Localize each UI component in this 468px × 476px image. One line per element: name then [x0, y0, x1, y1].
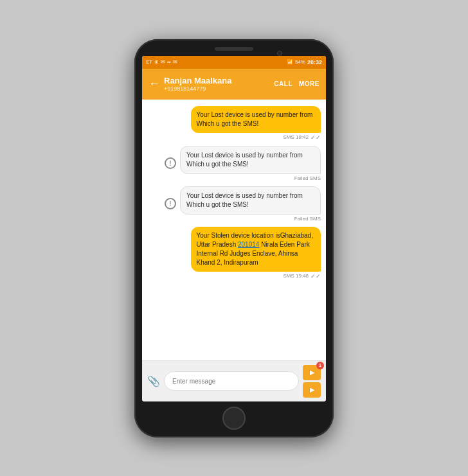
attach-icon[interactable]: 📎	[147, 375, 160, 387]
send-buttons: ▶ 1 ▶	[303, 365, 321, 398]
phone-device: ET ⊕ ✉ ▪▪ ✉ 📶 54% 20:32 ← Ranjan Maalkan…	[134, 39, 334, 437]
call-button[interactable]: CALL	[274, 80, 292, 87]
message-bubble: Your Stolen device location isGhaziabad,…	[191, 227, 321, 272]
contact-name: Ranjan Maalkana	[164, 76, 232, 85]
failed-status-label: Failed SMS	[294, 216, 321, 222]
failed-message-bubble: Your Lost device is used by number from …	[180, 146, 321, 174]
conversation-header: ← Ranjan Maalkana +919818144779 CALL MOR…	[142, 69, 326, 100]
whatsapp-icon: ⊕	[154, 59, 159, 65]
messages-area: Your Lost device is used by number from …	[142, 100, 326, 360]
delivery-check: ✓✓	[310, 134, 321, 141]
sim1-badge: 1	[316, 362, 324, 369]
message-text: Your Lost device is used by number from …	[186, 152, 303, 168]
mail-icon: ✉	[173, 59, 177, 65]
failed-bubble-wrap: Your Lost device is used by number from …	[180, 146, 321, 181]
time-label: SMS 18:42	[283, 134, 309, 140]
battery-level: 54%	[295, 59, 305, 65]
location-link[interactable]: 201014	[238, 241, 259, 248]
message-text: Your Lost device is used by number from …	[186, 192, 303, 208]
header-actions: CALL MORE	[274, 80, 320, 87]
contact-number: +919818144779	[164, 85, 232, 92]
delivery-check: ✓✓	[310, 273, 321, 279]
network-icon: ET	[146, 59, 152, 65]
message-time: SMS 18:42 ✓✓	[283, 134, 321, 141]
header-left: ← Ranjan Maalkana +919818144779	[148, 76, 232, 92]
message-text: Your Lost device is used by number from …	[197, 111, 313, 127]
status-bar: ET ⊕ ✉ ▪▪ ✉ 📶 54% 20:32	[142, 56, 326, 69]
sms-icon: ✉	[161, 59, 165, 65]
message-bubble: Your Lost device is used by number from …	[191, 106, 321, 133]
more-button[interactable]: MORE	[299, 80, 320, 87]
failed-bubble-wrap: Your Lost device is used by number from …	[180, 186, 321, 222]
send-btn1-label: ▶	[310, 369, 314, 376]
send-btn2-label: ▶	[310, 387, 314, 393]
failed-message-bubble: Your Lost device is used by number from …	[180, 186, 321, 215]
message-item: Your Lost device is used by number from …	[191, 106, 321, 141]
error-icon: !	[165, 157, 176, 169]
failed-status-label: Failed SMS	[294, 175, 321, 181]
failed-message-item: ! Your Lost device is used by number fro…	[165, 146, 321, 181]
message-input[interactable]	[164, 371, 299, 391]
home-button[interactable]	[222, 407, 246, 430]
wifi-icon: 📶	[287, 59, 293, 65]
back-button[interactable]: ←	[148, 77, 160, 91]
failed-message-item: ! Your Lost device is used by number fro…	[165, 186, 321, 222]
error-icon: !	[165, 198, 176, 209]
message-item: Your Stolen device location isGhaziabad,…	[191, 227, 321, 279]
phone-screen: ET ⊕ ✉ ▪▪ ✉ 📶 54% 20:32 ← Ranjan Maalkan…	[142, 56, 326, 401]
status-right-info: 📶 54% 20:32	[287, 59, 322, 66]
send-sim2-button[interactable]: ▶	[303, 382, 321, 398]
contact-info: Ranjan Maalkana +919818144779	[164, 76, 232, 92]
signal-icon: ▪▪	[167, 59, 171, 65]
message-time: SMS 19:48 ✓✓	[283, 273, 321, 279]
send-sim1-button[interactable]: ▶ 1	[303, 365, 321, 380]
time-label: SMS 19:48	[283, 273, 309, 279]
phone-camera	[277, 51, 282, 56]
message-input-area: 📎 ▶ 1 ▶	[142, 360, 326, 401]
status-time: 20:32	[307, 59, 322, 66]
status-left-icons: ET ⊕ ✉ ▪▪ ✉	[146, 59, 177, 65]
phone-speaker	[215, 47, 253, 51]
